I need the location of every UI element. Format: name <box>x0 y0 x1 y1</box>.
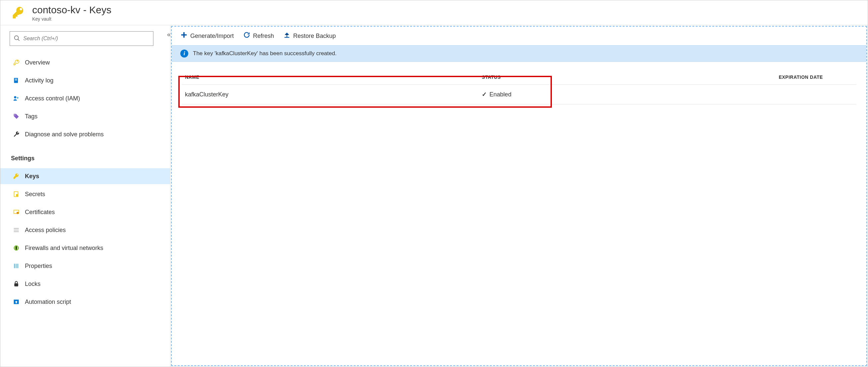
success-notification: i The key 'kafkaClusterKey' has been suc… <box>172 45 866 62</box>
collapse-sidebar-icon[interactable]: « <box>167 31 171 38</box>
toolbar-label: Generate/Import <box>190 33 234 39</box>
search-input[interactable] <box>23 35 149 41</box>
notification-text: The key 'kafkaClusterKey' has been succe… <box>193 50 337 57</box>
sidebar-item-activity-log[interactable]: Activity log <box>10 73 163 88</box>
toolbar: Generate/Import Refresh Restore Backup <box>172 27 866 45</box>
sidebar-item-automation-script[interactable]: Automation script <box>10 294 163 310</box>
cell-status: ✓Enabled <box>478 85 775 104</box>
sidebar-item-properties[interactable]: Properties <box>10 258 163 274</box>
wrench-icon <box>12 131 20 138</box>
generate-import-button[interactable]: Generate/Import <box>180 31 234 40</box>
toolbar-label: Refresh <box>253 33 274 39</box>
table-header-status[interactable]: STATUS <box>478 70 775 85</box>
sidebar-item-diagnose[interactable]: Diagnose and solve problems <box>10 126 163 142</box>
policies-icon <box>12 227 20 233</box>
plus-icon <box>180 31 188 40</box>
sidebar-item-overview[interactable]: Overview <box>10 55 163 70</box>
tag-icon <box>12 113 20 120</box>
key-icon <box>12 173 20 179</box>
sidebar-search[interactable] <box>10 31 153 46</box>
svg-rect-2 <box>15 80 17 80</box>
secret-icon <box>12 191 20 197</box>
iam-icon <box>12 95 20 102</box>
sidebar-item-label: Access control (IAM) <box>25 95 80 102</box>
refresh-button[interactable]: Refresh <box>243 31 274 40</box>
svg-point-9 <box>17 212 19 214</box>
key-vault-icon <box>11 6 26 21</box>
sidebar-item-tags[interactable]: Tags <box>10 108 163 124</box>
script-icon <box>12 299 20 305</box>
sidebar-item-label: Keys <box>25 173 39 180</box>
sidebar-item-label: Locks <box>25 281 40 287</box>
key-outline-icon <box>12 59 20 66</box>
table-row[interactable]: kafkaClusterKey ✓Enabled <box>182 85 857 104</box>
sidebar-item-locks[interactable]: Locks <box>10 276 163 292</box>
sidebar-item-label: Automation script <box>25 299 71 306</box>
refresh-icon <box>243 31 250 40</box>
svg-rect-12 <box>16 264 17 268</box>
sidebar-item-label: Tags <box>25 113 37 120</box>
sidebar-heading-settings: Settings <box>10 150 163 166</box>
svg-rect-11 <box>14 264 15 268</box>
main-content: Generate/Import Refresh Restore Backup i… <box>171 26 867 366</box>
sidebar-item-secrets[interactable]: Secrets <box>10 186 163 202</box>
table-header-name[interactable]: NAME <box>182 70 478 85</box>
log-icon <box>12 77 20 84</box>
svg-point-3 <box>14 96 16 98</box>
sidebar-item-label: Access policies <box>25 227 66 234</box>
sidebar-item-label: Secrets <box>25 191 45 198</box>
cert-icon <box>12 209 20 216</box>
restore-backup-button[interactable]: Restore Backup <box>283 31 336 40</box>
sidebar-item-certificates[interactable]: Certificates <box>10 204 163 220</box>
svg-rect-13 <box>17 264 18 268</box>
svg-rect-7 <box>16 194 18 196</box>
svg-point-4 <box>17 97 19 99</box>
sidebar-item-label: Certificates <box>25 209 55 216</box>
svg-rect-1 <box>15 79 17 80</box>
page-subtitle: Key vault <box>32 16 111 22</box>
search-icon <box>14 35 20 42</box>
cell-expiration <box>775 85 857 104</box>
lock-icon <box>12 281 20 287</box>
sidebar-item-firewalls[interactable]: Firewalls and virtual networks <box>10 240 163 256</box>
info-icon: i <box>180 50 188 57</box>
sidebar-item-label: Diagnose and solve problems <box>25 131 103 138</box>
sidebar-item-label: Properties <box>25 263 52 270</box>
keys-table: NAME STATUS EXPIRATION DATE kafkaCluster… <box>182 70 857 104</box>
cell-name: kafkaClusterKey <box>182 85 478 104</box>
blade-header: contoso-kv - Keys Key vault <box>0 0 868 25</box>
svg-rect-14 <box>14 283 18 286</box>
table-header-expiration[interactable]: EXPIRATION DATE <box>775 70 857 85</box>
restore-icon <box>283 31 290 40</box>
sidebar: « Overview Activity log Access control (… <box>0 25 170 367</box>
svg-point-5 <box>14 115 16 116</box>
page-title: contoso-kv - Keys <box>32 4 111 16</box>
sidebar-item-label: Activity log <box>25 77 54 84</box>
firewall-icon <box>12 245 20 251</box>
sidebar-item-label: Overview <box>25 59 50 66</box>
toolbar-label: Restore Backup <box>293 33 336 39</box>
sidebar-item-access-control[interactable]: Access control (IAM) <box>10 90 163 106</box>
sidebar-item-keys[interactable]: Keys <box>0 168 170 184</box>
check-icon: ✓ <box>482 91 487 98</box>
props-icon <box>12 263 20 269</box>
sidebar-item-access-policies[interactable]: Access policies <box>10 222 163 238</box>
sidebar-item-label: Firewalls and virtual networks <box>25 245 103 252</box>
